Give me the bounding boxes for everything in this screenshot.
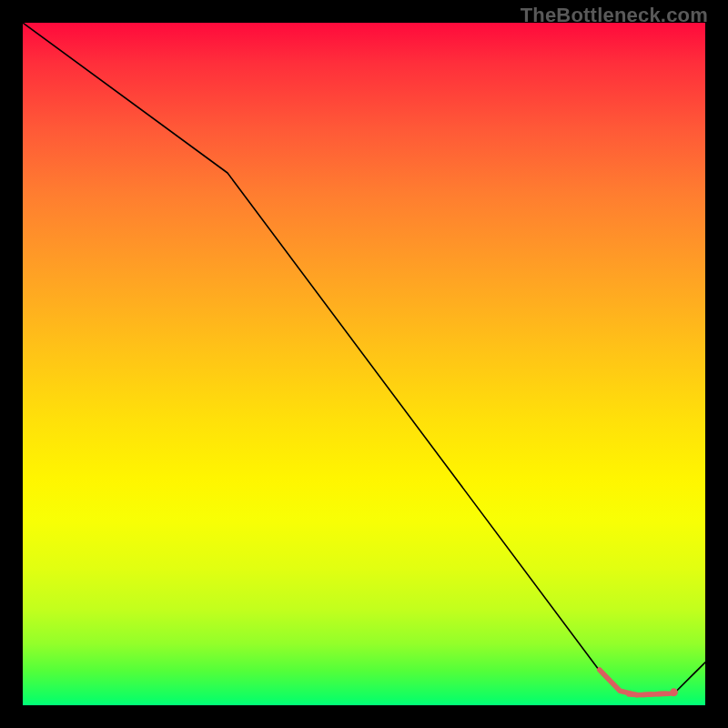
highlight-segment <box>600 670 670 695</box>
main-curve <box>23 23 705 696</box>
highlight-dot <box>670 688 678 696</box>
chart-svg <box>23 23 705 705</box>
highlight-dashes <box>629 693 674 695</box>
plot-area <box>23 23 705 705</box>
chart-frame: TheBottleneck.com <box>0 0 728 728</box>
